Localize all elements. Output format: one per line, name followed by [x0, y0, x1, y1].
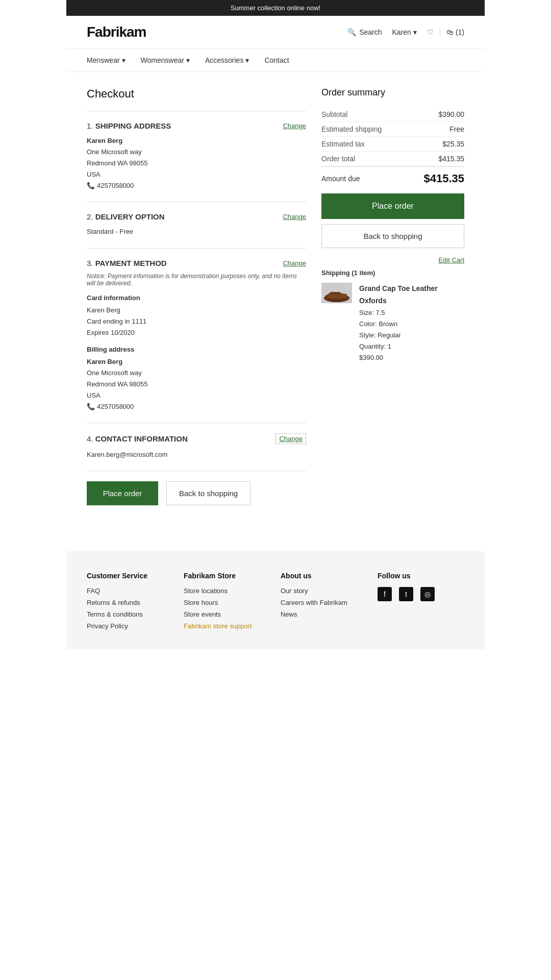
- search-icon: 🔍: [347, 28, 356, 36]
- nav-menswear[interactable]: Menswear ▾: [87, 56, 126, 64]
- footer-terms[interactable]: Terms & conditions: [87, 610, 173, 618]
- delivery-section-number: 2. DELIVERY OPTION: [87, 212, 165, 221]
- footer-col1-title: Customer Service: [87, 572, 173, 580]
- checkout-form: Checkout 1. SHIPPING ADDRESS Change Kare…: [87, 87, 306, 505]
- search-label: Search: [359, 28, 382, 36]
- main-content: Checkout 1. SHIPPING ADDRESS Change Kare…: [66, 72, 485, 521]
- footer: Customer Service FAQ Returns & refunds T…: [66, 551, 485, 649]
- footer-store-locations[interactable]: Store locations: [184, 587, 270, 595]
- wishlist-icon[interactable]: ♡: [427, 28, 434, 36]
- card-name: Karen Berg: [87, 305, 306, 316]
- payment-change-button[interactable]: Change: [283, 259, 306, 267]
- total-value: $415.35: [438, 155, 464, 163]
- cart-count: (1): [456, 28, 464, 36]
- shipping-value: Free: [449, 125, 464, 133]
- delivery-change-button[interactable]: Change: [283, 213, 306, 220]
- cart-button[interactable]: 🛍 (1): [440, 28, 464, 36]
- banner-text: Summer collection online now!: [231, 4, 320, 12]
- header-icons: ♡ 🛍 (1): [427, 28, 464, 36]
- shipping-line2: Redmond WA 98055: [87, 158, 306, 169]
- billing-line3: USA: [87, 390, 306, 401]
- back-to-shopping-button-summary[interactable]: Back to shopping: [321, 224, 464, 248]
- search-button[interactable]: 🔍 Search: [347, 28, 382, 36]
- contact-change-button[interactable]: Change: [276, 433, 306, 444]
- amount-due-row: Amount due $415.35: [321, 166, 464, 193]
- bottom-buttons: Place order Back to shopping: [87, 481, 306, 505]
- delivery-option-text: Standard - Free: [87, 226, 306, 237]
- product-size: Size: 7.5: [359, 307, 464, 318]
- footer-fabrikam-store: Fabrikam Store Store locations Store hou…: [184, 572, 270, 634]
- instagram-icon[interactable]: ◎: [420, 587, 435, 601]
- footer-privacy[interactable]: Privacy Policy: [87, 622, 173, 630]
- facebook-icon[interactable]: f: [378, 587, 392, 601]
- subtotal-label: Subtotal: [321, 110, 347, 118]
- card-info-title: Card information: [87, 294, 306, 302]
- shipping-phone: 📞 4257058000: [87, 180, 306, 191]
- place-order-button-summary[interactable]: Place order: [321, 193, 464, 219]
- footer-faq[interactable]: FAQ: [87, 587, 173, 595]
- svg-rect-1: [331, 292, 341, 295]
- footer-news[interactable]: News: [281, 610, 367, 618]
- payment-section: 3. PAYMENT METHOD Change Notice: Payment…: [87, 259, 306, 413]
- order-summary: Order summary Subtotal $390.00 Estimated…: [321, 87, 464, 505]
- nav-accessories[interactable]: Accessories ▾: [205, 56, 249, 64]
- back-to-shopping-button-bottom[interactable]: Back to shopping: [166, 481, 251, 505]
- chevron-down-icon: ▾: [413, 28, 417, 36]
- contact-section-number: 4. CONTACT INFORMATION: [87, 434, 188, 443]
- payment-header: 3. PAYMENT METHOD Change: [87, 259, 306, 267]
- shipping-items-label: Shipping (1 item): [321, 269, 464, 277]
- shipping-address-section: 1. SHIPPING ADDRESS Change Karen Berg On…: [87, 121, 306, 191]
- billing-address-block: Karen Berg One Microsoft way Redmond WA …: [87, 356, 306, 412]
- footer-careers[interactable]: Careers with Fabrikam: [281, 599, 367, 606]
- shipping-section-number: 1. SHIPPING ADDRESS: [87, 121, 171, 130]
- shipping-address-header: 1. SHIPPING ADDRESS Change: [87, 121, 306, 130]
- nav-menswear-label: Menswear: [87, 56, 120, 64]
- total-label: Order total: [321, 155, 355, 163]
- header: Fabrikam 🔍 Search Karen ▾ ♡ 🛍 (1): [66, 16, 485, 49]
- nav-accessories-label: Accessories: [205, 56, 243, 64]
- contact-section: 4. CONTACT INFORMATION Change Karen.berg…: [87, 433, 306, 460]
- payment-notice: Notice: Payment information is for demon…: [87, 273, 306, 287]
- nav-contact-label: Contact: [264, 56, 289, 64]
- product-name: Grand Cap Toe Leather Oxfords: [359, 283, 464, 307]
- subtotal-value: $390.00: [438, 110, 464, 118]
- card-ending: Card ending in 1111: [87, 316, 306, 327]
- cart-item-details: Grand Cap Toe Leather Oxfords Size: 7.5 …: [359, 283, 464, 363]
- twitter-icon[interactable]: t: [399, 587, 413, 601]
- chevron-down-icon: ▾: [245, 56, 249, 64]
- billing-phone: 📞 4257058000: [87, 401, 306, 412]
- footer-returns[interactable]: Returns & refunds: [87, 599, 173, 606]
- shipping-name: Karen Berg: [87, 135, 306, 146]
- nav-contact[interactable]: Contact: [264, 56, 289, 64]
- shipping-change-button[interactable]: Change: [283, 122, 306, 130]
- card-expires: Expires 10/2020: [87, 327, 306, 338]
- footer-about-us: About us Our story Careers with Fabrikam…: [281, 572, 367, 634]
- cart-item: Grand Cap Toe Leather Oxfords Size: 7.5 …: [321, 283, 464, 363]
- shipping-row: Estimated shipping Free: [321, 122, 464, 137]
- footer-store-events[interactable]: Store events: [184, 610, 270, 618]
- edit-cart-button[interactable]: Edit Cart: [438, 256, 464, 264]
- tax-row: Estimated tax $25.35: [321, 137, 464, 152]
- nav-womenswear[interactable]: Womenswear ▾: [141, 56, 190, 64]
- place-order-button-bottom[interactable]: Place order: [87, 481, 158, 505]
- contact-header: 4. CONTACT INFORMATION Change: [87, 433, 306, 444]
- footer-follow-us: Follow us f t ◎: [378, 572, 464, 634]
- logo[interactable]: Fabrikam: [87, 24, 146, 40]
- product-color: Color: Brown: [359, 318, 464, 330]
- footer-store-hours[interactable]: Store hours: [184, 599, 270, 606]
- phone-icon: 📞: [87, 180, 95, 191]
- footer-our-story[interactable]: Our story: [281, 587, 367, 595]
- tax-label: Estimated tax: [321, 140, 365, 148]
- footer-store-support[interactable]: Fabrikam store support: [184, 622, 270, 630]
- edit-cart-row: Edit Cart: [321, 256, 464, 264]
- product-style: Style: Regular: [359, 330, 464, 341]
- user-menu[interactable]: Karen ▾: [392, 28, 417, 36]
- billing-title: Billing address: [87, 346, 306, 353]
- summary-title: Order summary: [321, 87, 464, 98]
- footer-grid: Customer Service FAQ Returns & refunds T…: [87, 572, 464, 634]
- delivery-section: 2. DELIVERY OPTION Change Standard - Fre…: [87, 212, 306, 237]
- product-qty: Quantity: 1: [359, 341, 464, 352]
- total-row: Order total $415.35: [321, 152, 464, 166]
- checkout-title: Checkout: [87, 87, 306, 101]
- footer-customer-service: Customer Service FAQ Returns & refunds T…: [87, 572, 173, 634]
